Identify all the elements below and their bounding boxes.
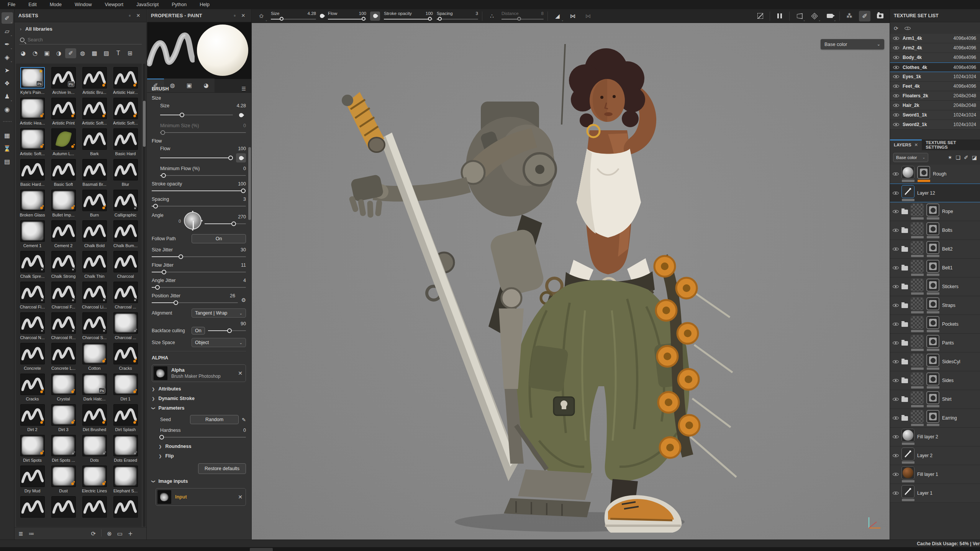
- mask-thumbnail[interactable]: [926, 354, 939, 367]
- menu-item[interactable]: Viewport: [105, 2, 123, 7]
- asset-item[interactable]: ★ Artistic Soft...: [79, 96, 110, 126]
- tool-button[interactable]: ▤ ⌄: [2, 156, 13, 167]
- tool-button[interactable]: ❖ ⌄: [2, 77, 13, 89]
- layer-row[interactable]: Layer 2: [890, 446, 980, 465]
- texture-set-row[interactable]: Body_4k 4096x4096: [890, 53, 980, 62]
- asset-item[interactable]: ★ Autumn L...: [48, 126, 79, 157]
- layer-visibility-icon[interactable]: [893, 228, 899, 233]
- asset-item[interactable]: ★ Basmati Br...: [79, 157, 110, 188]
- assets-scrollbar[interactable]: [143, 64, 146, 527]
- layer-row[interactable]: Fill layer 1: [890, 465, 980, 484]
- asset-item[interactable]: ★ Chalk Thin: [79, 249, 110, 280]
- mask-thumbnail[interactable]: [926, 335, 939, 348]
- layer-row[interactable]: Earring: [890, 409, 980, 428]
- visibility-eye-icon[interactable]: [893, 45, 899, 51]
- scene-3d-icon[interactable]: ⌄: [809, 11, 820, 21]
- close-icon[interactable]: ✕: [134, 13, 143, 18]
- texture-set-row[interactable]: Arm2_4k 4096x4096: [890, 43, 980, 53]
- toolbar-flow-slider[interactable]: [328, 17, 366, 21]
- asset-item[interactable]: ★ Artistic Soft...: [110, 96, 141, 126]
- asset-item[interactable]: ★ Dots: [79, 433, 110, 464]
- asset-item[interactable]: ★ Artistic Print: [48, 96, 79, 126]
- search-input[interactable]: [28, 37, 104, 43]
- restore-defaults-button[interactable]: Restore defaults: [198, 463, 246, 474]
- layer-row[interactable]: Sides: [890, 371, 980, 390]
- asset-item[interactable]: ★ Bark: [79, 126, 110, 157]
- layer-content-thumbnail[interactable]: [911, 354, 924, 367]
- asset-item[interactable]: ★ Dark Hatc...: [79, 372, 110, 402]
- visibility-eye-icon[interactable]: [893, 36, 899, 41]
- layer-visibility-icon[interactable]: [893, 340, 899, 346]
- layer-row[interactable]: Rope: [890, 202, 980, 221]
- angle-dial[interactable]: [184, 212, 202, 230]
- size-jitter-slider[interactable]: [152, 254, 246, 259]
- asset-item[interactable]: ★: [79, 494, 110, 520]
- seed-button[interactable]: Random: [190, 415, 239, 424]
- asset-item[interactable]: ★ Cement 1: [17, 218, 48, 249]
- asset-filter-button[interactable]: ▣: [41, 48, 52, 58]
- layer-row[interactable]: Straps: [890, 296, 980, 315]
- group-folder-icon[interactable]: [901, 285, 908, 289]
- remove-alpha-icon[interactable]: ✕: [238, 370, 243, 376]
- asset-item[interactable]: ★ Charcoal R...: [48, 310, 79, 341]
- layer-row[interactable]: Pockets: [890, 315, 980, 334]
- layer-visibility-icon[interactable]: [893, 490, 899, 496]
- texture-set-row[interactable]: Eyes_1k 1024x1024: [890, 72, 980, 82]
- position-jitter-slider[interactable]: [152, 300, 238, 305]
- visibility-eye-icon[interactable]: [893, 93, 899, 99]
- backface-toggle[interactable]: On: [192, 327, 205, 335]
- tool-button[interactable]: ▱ ⌄: [2, 25, 13, 37]
- angle-jitter-slider[interactable]: [152, 285, 246, 290]
- asset-item[interactable]: ★ Crystal: [48, 372, 79, 402]
- menu-item[interactable]: Python: [172, 2, 187, 7]
- asset-item[interactable]: ★ Chalk Spre...: [17, 249, 48, 280]
- tab-layers[interactable]: LAYERS ✕: [890, 139, 922, 150]
- layer-content-thumbnail[interactable]: [911, 372, 924, 385]
- tool-button[interactable]: ◉ ⌄: [2, 103, 13, 115]
- mask-thumbnail[interactable]: [926, 410, 939, 423]
- f ill-thumbnail[interactable]: [901, 166, 914, 179]
- tool-button[interactable]: ▦ ⌄: [2, 130, 13, 141]
- group-folder-icon[interactable]: [901, 266, 908, 271]
- close-tab-icon[interactable]: ✕: [914, 142, 918, 148]
- angle-slider[interactable]: [205, 221, 246, 226]
- flip-fold[interactable]: ❯Flip: [159, 453, 246, 459]
- asset-item[interactable]: ★ Artistic Soft...: [17, 126, 48, 157]
- hardness-slider[interactable]: [160, 435, 246, 439]
- assets-footer-icon[interactable]: ⊗: [107, 530, 112, 537]
- asset-filter-button[interactable]: ▨: [101, 48, 112, 58]
- layer-row[interactable]: Belt2: [890, 240, 980, 259]
- symmetry-mirror-icon[interactable]: ⋈: [582, 11, 594, 21]
- asset-item[interactable]: ★ Electric Lines: [79, 464, 110, 494]
- asset-item[interactable]: ★ Charcoal ...: [110, 280, 141, 310]
- layer-visibility-icon[interactable]: [893, 453, 899, 459]
- mask-thumbnail[interactable]: [926, 241, 939, 254]
- asset-item[interactable]: ★ Calligraphic: [110, 188, 141, 218]
- asset-filter-button[interactable]: ◕: [18, 48, 29, 58]
- texture-set-row[interactable]: Feet_4k 4096x4096: [890, 82, 980, 91]
- asset-item[interactable]: ★ Concrete: [17, 341, 48, 372]
- texture-set-row[interactable]: Sword2_1k 1024x1024: [890, 120, 980, 130]
- jitter-settings-icon[interactable]: ⚙: [241, 297, 246, 303]
- screenshot-icon[interactable]: [874, 11, 886, 21]
- close-icon[interactable]: ✕: [239, 13, 247, 18]
- flow-jitter-slider[interactable]: [152, 270, 246, 274]
- asset-item[interactable]: ★ Blur: [110, 157, 141, 188]
- visibility-eye-icon[interactable]: [893, 74, 899, 80]
- section-menu-icon[interactable]: ☰: [241, 86, 246, 92]
- menu-item[interactable]: File: [8, 2, 15, 7]
- pressure-flow-icon[interactable]: [236, 153, 246, 162]
- layer-visibility-icon[interactable]: [893, 359, 899, 365]
- asset-item[interactable]: ★ Kyle's Pain...: [17, 65, 48, 96]
- layer-visibility-icon[interactable]: [893, 303, 899, 308]
- layer-content-thumbnail[interactable]: [911, 335, 924, 348]
- asset-item[interactable]: ★ Chalk Bum...: [110, 218, 141, 249]
- lazy-mouse-icon[interactable]: ✩⌄: [256, 11, 267, 21]
- asset-item[interactable]: ★ Artistic Hea...: [17, 96, 48, 126]
- assets-footer-icon[interactable]: ▭: [117, 530, 123, 537]
- menu-item[interactable]: Mode: [50, 2, 62, 7]
- mask-thumbnail[interactable]: [926, 222, 939, 235]
- mask-thumbnail[interactable]: [926, 297, 939, 310]
- texture-set-row[interactable]: Clothes_4k 4096x4096: [890, 62, 980, 72]
- asset-item[interactable]: ★ Charcoal: [110, 249, 141, 280]
